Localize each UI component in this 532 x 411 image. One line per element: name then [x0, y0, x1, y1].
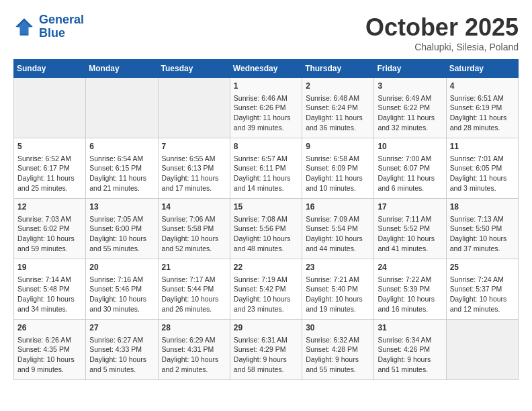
- calendar-cell: 26Sunrise: 6:26 AM Sunset: 4:35 PM Dayli…: [14, 320, 86, 380]
- page-header: General Blue October 2025 Chalupki, Sile…: [13, 13, 519, 52]
- day-number: 25: [450, 262, 515, 273]
- calendar-week-row: 1Sunrise: 6:46 AM Sunset: 6:26 PM Daylig…: [14, 78, 519, 138]
- day-info: Sunrise: 7:08 AM Sunset: 5:56 PM Dayligh…: [234, 214, 298, 254]
- calendar-cell: 12Sunrise: 7:03 AM Sunset: 6:02 PM Dayli…: [14, 199, 86, 259]
- day-number: 14: [162, 201, 226, 213]
- calendar-cell: 16Sunrise: 7:09 AM Sunset: 5:54 PM Dayli…: [302, 199, 374, 259]
- calendar-cell: 7Sunrise: 6:55 AM Sunset: 6:13 PM Daylig…: [158, 138, 230, 199]
- day-number: 7: [162, 141, 226, 152]
- logo-line1: General: [39, 13, 84, 26]
- day-info: Sunrise: 7:17 AM Sunset: 5:44 PM Dayligh…: [162, 275, 226, 314]
- day-number: 4: [450, 81, 515, 92]
- day-info: Sunrise: 6:32 AM Sunset: 4:28 PM Dayligh…: [306, 335, 370, 375]
- day-info: Sunrise: 7:22 AM Sunset: 5:39 PM Dayligh…: [378, 275, 442, 314]
- day-info: Sunrise: 6:55 AM Sunset: 6:13 PM Dayligh…: [162, 154, 226, 193]
- calendar-week-row: 5Sunrise: 6:52 AM Sunset: 6:17 PM Daylig…: [14, 138, 519, 199]
- calendar-cell: 18Sunrise: 7:13 AM Sunset: 5:50 PM Dayli…: [446, 199, 518, 259]
- calendar-cell: 31Sunrise: 6:34 AM Sunset: 4:26 PM Dayli…: [374, 320, 446, 380]
- logo: General Blue: [13, 13, 84, 40]
- day-of-week-header: Monday: [86, 60, 158, 78]
- calendar-cell: 1Sunrise: 6:46 AM Sunset: 6:26 PM Daylig…: [230, 78, 302, 138]
- day-number: 6: [89, 141, 154, 152]
- day-info: Sunrise: 7:24 AM Sunset: 5:37 PM Dayligh…: [450, 275, 515, 314]
- day-info: Sunrise: 7:06 AM Sunset: 5:58 PM Dayligh…: [162, 214, 226, 254]
- day-number: 12: [17, 201, 82, 213]
- day-info: Sunrise: 6:52 AM Sunset: 6:17 PM Dayligh…: [17, 154, 82, 193]
- day-number: 11: [450, 141, 515, 152]
- calendar-cell: 13Sunrise: 7:05 AM Sunset: 6:00 PM Dayli…: [86, 199, 158, 259]
- calendar-cell: 17Sunrise: 7:11 AM Sunset: 5:52 PM Dayli…: [374, 199, 446, 259]
- calendar-cell: 5Sunrise: 6:52 AM Sunset: 6:17 PM Daylig…: [14, 138, 86, 199]
- day-number: 23: [306, 262, 370, 273]
- day-number: 30: [306, 322, 370, 334]
- day-of-week-header: Wednesday: [230, 60, 302, 78]
- calendar-cell: 20Sunrise: 7:16 AM Sunset: 5:46 PM Dayli…: [86, 259, 158, 320]
- calendar-week-row: 26Sunrise: 6:26 AM Sunset: 4:35 PM Dayli…: [14, 320, 519, 380]
- calendar-week-row: 19Sunrise: 7:14 AM Sunset: 5:48 PM Dayli…: [14, 259, 519, 320]
- day-info: Sunrise: 7:13 AM Sunset: 5:50 PM Dayligh…: [450, 214, 515, 254]
- day-info: Sunrise: 7:00 AM Sunset: 6:07 PM Dayligh…: [378, 154, 442, 193]
- calendar-cell: 22Sunrise: 7:19 AM Sunset: 5:42 PM Dayli…: [230, 259, 302, 320]
- location-subtitle: Chalupki, Silesia, Poland: [365, 42, 519, 52]
- day-number: 22: [234, 262, 298, 273]
- day-info: Sunrise: 6:31 AM Sunset: 4:29 PM Dayligh…: [234, 335, 298, 375]
- day-of-week-header: Sunday: [14, 60, 86, 78]
- day-number: 9: [306, 141, 370, 152]
- logo-icon: [13, 16, 35, 38]
- day-number: 29: [234, 322, 298, 334]
- day-of-week-header: Thursday: [302, 60, 374, 78]
- calendar-week-row: 12Sunrise: 7:03 AM Sunset: 6:02 PM Dayli…: [14, 199, 519, 259]
- day-info: Sunrise: 7:03 AM Sunset: 6:02 PM Dayligh…: [17, 214, 82, 254]
- day-info: Sunrise: 6:29 AM Sunset: 4:31 PM Dayligh…: [162, 335, 226, 375]
- calendar-cell: 11Sunrise: 7:01 AM Sunset: 6:05 PM Dayli…: [446, 138, 518, 199]
- calendar-cell: 14Sunrise: 7:06 AM Sunset: 5:58 PM Dayli…: [158, 199, 230, 259]
- day-info: Sunrise: 7:11 AM Sunset: 5:52 PM Dayligh…: [378, 214, 442, 254]
- day-info: Sunrise: 6:51 AM Sunset: 6:19 PM Dayligh…: [450, 93, 515, 133]
- calendar-cell: 29Sunrise: 6:31 AM Sunset: 4:29 PM Dayli…: [230, 320, 302, 380]
- day-number: 31: [378, 322, 442, 334]
- day-number: 1: [234, 81, 298, 92]
- day-number: 20: [89, 262, 154, 273]
- day-info: Sunrise: 6:46 AM Sunset: 6:26 PM Dayligh…: [234, 93, 298, 133]
- calendar-header-row: SundayMondayTuesdayWednesdayThursdayFrid…: [14, 60, 519, 78]
- day-of-week-header: Tuesday: [158, 60, 230, 78]
- calendar-cell: 2Sunrise: 6:48 AM Sunset: 6:24 PM Daylig…: [302, 78, 374, 138]
- day-number: 10: [378, 141, 442, 152]
- calendar-cell: 4Sunrise: 6:51 AM Sunset: 6:19 PM Daylig…: [446, 78, 518, 138]
- calendar-cell: [86, 78, 158, 138]
- calendar-cell: 6Sunrise: 6:54 AM Sunset: 6:15 PM Daylig…: [86, 138, 158, 199]
- calendar-table: SundayMondayTuesdayWednesdayThursdayFrid…: [13, 59, 519, 380]
- calendar-cell: [14, 78, 86, 138]
- day-info: Sunrise: 6:26 AM Sunset: 4:35 PM Dayligh…: [17, 335, 82, 375]
- day-number: 21: [162, 262, 226, 273]
- day-number: 13: [89, 201, 154, 213]
- day-info: Sunrise: 7:19 AM Sunset: 5:42 PM Dayligh…: [234, 275, 298, 314]
- day-info: Sunrise: 7:21 AM Sunset: 5:40 PM Dayligh…: [306, 275, 370, 314]
- calendar-cell: [446, 320, 518, 380]
- calendar-cell: 9Sunrise: 6:58 AM Sunset: 6:09 PM Daylig…: [302, 138, 374, 199]
- day-number: 27: [89, 322, 154, 334]
- day-number: 28: [162, 322, 226, 334]
- calendar-cell: 25Sunrise: 7:24 AM Sunset: 5:37 PM Dayli…: [446, 259, 518, 320]
- day-info: Sunrise: 6:34 AM Sunset: 4:26 PM Dayligh…: [378, 335, 442, 375]
- day-number: 26: [17, 322, 82, 334]
- day-info: Sunrise: 6:54 AM Sunset: 6:15 PM Dayligh…: [89, 154, 154, 193]
- day-info: Sunrise: 7:01 AM Sunset: 6:05 PM Dayligh…: [450, 154, 515, 193]
- calendar-cell: 24Sunrise: 7:22 AM Sunset: 5:39 PM Dayli…: [374, 259, 446, 320]
- title-block: October 2025 Chalupki, Silesia, Poland: [365, 13, 519, 52]
- calendar-cell: 27Sunrise: 6:27 AM Sunset: 4:33 PM Dayli…: [86, 320, 158, 380]
- calendar-cell: 15Sunrise: 7:08 AM Sunset: 5:56 PM Dayli…: [230, 199, 302, 259]
- day-number: 19: [17, 262, 82, 273]
- day-info: Sunrise: 6:57 AM Sunset: 6:11 PM Dayligh…: [234, 154, 298, 193]
- day-info: Sunrise: 6:49 AM Sunset: 6:22 PM Dayligh…: [378, 93, 442, 133]
- day-of-week-header: Friday: [374, 60, 446, 78]
- calendar-cell: [158, 78, 230, 138]
- day-number: 17: [378, 201, 442, 213]
- day-number: 16: [306, 201, 370, 213]
- calendar-cell: 3Sunrise: 6:49 AM Sunset: 6:22 PM Daylig…: [374, 78, 446, 138]
- calendar-cell: 28Sunrise: 6:29 AM Sunset: 4:31 PM Dayli…: [158, 320, 230, 380]
- day-number: 24: [378, 262, 442, 273]
- calendar-cell: 21Sunrise: 7:17 AM Sunset: 5:44 PM Dayli…: [158, 259, 230, 320]
- logo-line2: Blue: [39, 26, 65, 40]
- day-number: 3: [378, 81, 442, 92]
